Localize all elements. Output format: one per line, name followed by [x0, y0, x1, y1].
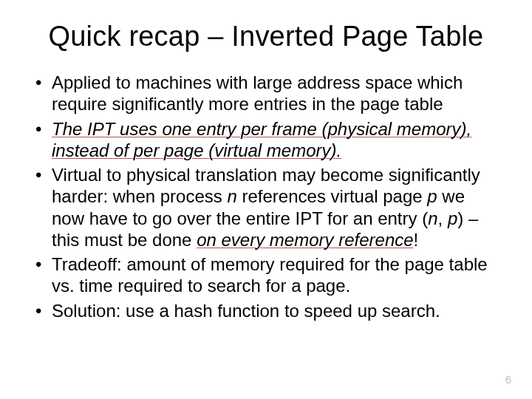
- bullet-text-emphasis: The IPT uses one entry per frame (physic…: [52, 119, 471, 160]
- list-item: Virtual to physical translation may beco…: [31, 164, 495, 250]
- bullet-text: Applied to machines with large address s…: [52, 72, 463, 114]
- bullet-text: Tradeoff: amount of memory required for …: [52, 254, 488, 296]
- bullet-list: Applied to machines with large address s…: [31, 72, 501, 321]
- italic-variable-p: p: [427, 186, 437, 206]
- bullet-text: Solution: use a hash function to speed u…: [52, 301, 440, 321]
- list-item: Tradeoff: amount of memory required for …: [31, 253, 495, 297]
- list-item: The IPT uses one entry per frame (physic…: [31, 118, 495, 162]
- italic-variable-p: p: [448, 208, 457, 228]
- italic-variable-n: n: [227, 186, 236, 206]
- list-item: Solution: use a hash function to speed u…: [31, 300, 495, 321]
- list-item: Applied to machines with large address s…: [31, 72, 495, 115]
- bullet-text-emphasis: on every memory reference: [197, 230, 413, 250]
- italic-variable-n: n: [428, 208, 437, 228]
- slide: Quick recap – Inverted Page Table Applie…: [0, 0, 532, 399]
- bullet-text: !: [414, 230, 419, 250]
- bullet-text: references virtual page: [237, 186, 427, 206]
- slide-title: Quick recap – Inverted Page Table: [31, 21, 501, 52]
- bullet-text: ,: [438, 208, 448, 228]
- page-number: 6: [505, 373, 511, 386]
